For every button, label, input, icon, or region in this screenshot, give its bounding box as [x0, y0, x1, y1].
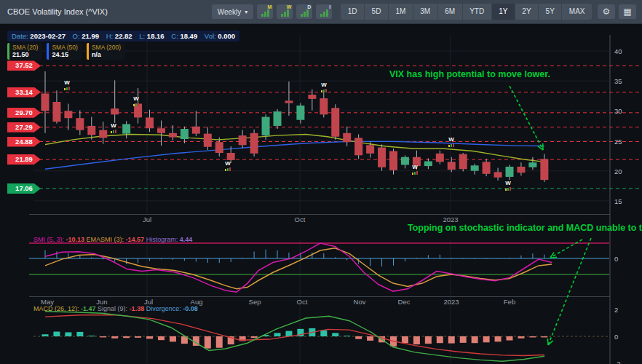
price-level-tag[interactable]: 21.89 [7, 154, 41, 165]
candle-body [331, 108, 339, 137]
range-button-5y[interactable]: 5Y [539, 4, 562, 20]
macd-histogram-bar [472, 336, 478, 343]
range-button-2y[interactable]: 2Y [515, 4, 539, 20]
macd-axis-label: -2 [614, 360, 620, 364]
emasmi-label: EMASMI (3): [87, 236, 124, 243]
macd-histogram-bar [460, 336, 467, 343]
macd-histogram-bar [76, 332, 83, 336]
sma20-legend-chip[interactable]: SMA (20) 21.50 [7, 43, 42, 60]
range-button-1d[interactable]: 1D [341, 4, 365, 20]
candle-body [262, 117, 270, 136]
macd-label: MACD (26, 12): [33, 305, 79, 312]
candle-body [192, 127, 200, 134]
candle-body [111, 108, 119, 114]
interval-dropdown[interactable]: Weekly ▾ [212, 4, 254, 19]
macd-histogram-bar [111, 336, 118, 339]
x-axis-label: Oct [295, 215, 306, 223]
smi-label: SMI (5, 3): [33, 236, 64, 243]
volume-label: Vol: [205, 32, 216, 40]
price-level-tag[interactable]: 33.14 [7, 87, 41, 98]
macd-histogram-bar [437, 336, 443, 343]
macd-histogram-bar [285, 331, 292, 336]
candle-body [494, 172, 502, 177]
candle-body [308, 95, 316, 99]
high-label: H: [106, 32, 114, 40]
settings-button[interactable]: ⚙ [598, 4, 615, 19]
interval-daily-button[interactable]: D [296, 4, 312, 19]
w-marker-mini-bars-icon [108, 129, 119, 133]
macd-histogram-bar [88, 336, 95, 336]
range-button-1m[interactable]: 1M [389, 4, 413, 20]
interval-intraday-button[interactable]: I [316, 4, 332, 19]
smi-zero-axis-label: 0 [614, 255, 618, 263]
range-button-group: 1D 5D 1M 3M 6M YTD 1Y 2Y 5Y MAX [341, 4, 592, 20]
candle-body [274, 111, 282, 126]
range-button-5d[interactable]: 5D [365, 4, 389, 20]
month-axis-label: Dec [398, 298, 411, 306]
volume-value: 0.000 [218, 32, 235, 40]
macd-histogram-bar [413, 336, 420, 344]
price-level-tag[interactable]: 29.70 [7, 108, 41, 118]
candle-body [459, 154, 467, 170]
candle-body [528, 162, 536, 167]
candle-body [389, 151, 397, 170]
range-button-6m[interactable]: 6M [438, 4, 463, 20]
candle-body [76, 118, 84, 130]
candle-body [296, 106, 304, 120]
w-pattern-marker: W [503, 181, 513, 191]
interval-monthly-button[interactable]: M [257, 4, 273, 19]
macd-histogram-bar [251, 336, 258, 338]
candle-body [99, 130, 107, 138]
w-marker-letter: W [223, 161, 233, 167]
top-toolbar: CBOE Volatility Index (^VIX) Weekly ▾ M … [0, 0, 642, 24]
month-axis-label: Feb [504, 298, 515, 306]
macd-histogram-bar [402, 336, 408, 343]
range-button-max[interactable]: MAX [562, 4, 592, 20]
candle-body [239, 135, 247, 145]
candle-body [448, 162, 456, 170]
interval-weekly-button[interactable]: W [277, 4, 293, 19]
sma50-legend-chip[interactable]: SMA (50) 24.15 [47, 43, 82, 60]
range-button-ytd[interactable]: YTD [463, 4, 492, 20]
annotation-lower[interactable]: Topping on stochastic indicator and MACD… [408, 223, 642, 233]
macd-histogram-bar [170, 336, 176, 341]
macd-histogram-bar [53, 332, 60, 336]
range-button-3m[interactable]: 3M [413, 4, 438, 20]
smi-value: -10.13 [66, 236, 85, 243]
candle-body [146, 117, 154, 128]
w-marker-mini-bars-icon [503, 186, 513, 191]
chart-title: CBOE Volatility Index (^VIX) [0, 7, 212, 16]
y-axis-label: 25 [614, 138, 622, 146]
sma200-name: SMA (200) [92, 44, 121, 51]
grid-icon: ▦ [623, 7, 631, 17]
sma50-value: 24.15 [52, 51, 77, 58]
low-label: L: [139, 32, 145, 40]
macd-histogram-bar [367, 336, 373, 341]
w-marker-letter: W [131, 96, 141, 102]
price-level-tag[interactable]: 24.88 [7, 137, 41, 147]
macd-axis-label: 2 [614, 306, 618, 314]
range-button-1y[interactable]: 1Y [492, 4, 515, 20]
w-pattern-marker: W [319, 82, 329, 92]
date-value: 2023-02-27 [30, 32, 66, 40]
macd-value: -1.47 [81, 305, 96, 312]
w-marker-mini-bars-icon [223, 167, 233, 171]
price-level-tag[interactable]: 37.52 [7, 60, 41, 71]
price-level-tag[interactable]: 17.06 [7, 183, 41, 194]
smi-hist-value: 4.44 [180, 236, 193, 243]
w-marker-letter: W [410, 165, 420, 170]
macd-histogram-bar [529, 336, 536, 337]
candle-body [401, 157, 409, 165]
mini-bar-chart-icon [281, 9, 289, 17]
annotation-main[interactable]: VIX has high potential to move lower. [389, 69, 550, 79]
macd-histogram-bar [205, 336, 211, 349]
sma200-legend-chip[interactable]: SMA (200) n/a [87, 43, 125, 60]
candle-body [540, 159, 548, 180]
candle-body [181, 129, 189, 139]
price-level-tag[interactable]: 27.29 [7, 122, 41, 132]
candle-body [506, 167, 514, 177]
panel-layout-button[interactable]: ▦ [619, 4, 636, 19]
ohlc-info-bar: Date: 2023-02-27 O: 21.99 H: 22.82 L: 18… [7, 31, 239, 41]
candle-body [41, 93, 49, 111]
macd-axis-label: 0 [614, 333, 618, 341]
